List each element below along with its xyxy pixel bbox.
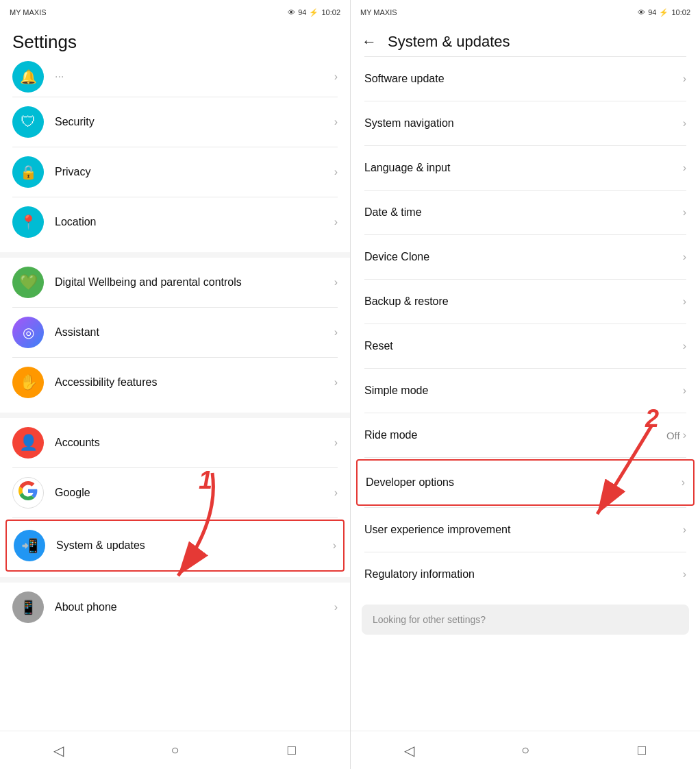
privacy-icon-wrap: 🔒 bbox=[12, 156, 44, 188]
backup-restore-chevron: › bbox=[683, 295, 686, 308]
left-nav-bar: ◁ ○ □ bbox=[0, 731, 350, 769]
right-back-nav-button[interactable]: ◁ bbox=[394, 735, 424, 766]
accounts-label: Accounts bbox=[55, 435, 334, 450]
system-item-developer-options[interactable]: Developer options › bbox=[358, 461, 693, 504]
accounts-icon-wrap: 👤 bbox=[12, 427, 44, 459]
partial-item[interactable]: 🔔 ··· › bbox=[0, 57, 350, 97]
simple-mode-label: Simple mode bbox=[364, 384, 683, 397]
lock-icon: 🔒 bbox=[20, 164, 37, 180]
right-nav-bar: ◁ ○ □ bbox=[351, 731, 700, 769]
privacy-label: Privacy bbox=[55, 164, 334, 180]
right-status-bar: MY MAXIS 👁 94 ⚡ 10:02 bbox=[351, 0, 700, 25]
settings-item-accessibility[interactable]: ✋ Accessibility features › bbox=[0, 358, 350, 407]
system-updates-header: ← System & updates bbox=[351, 25, 700, 56]
wellbeing-chevron: › bbox=[334, 276, 338, 289]
device-clone-label: Device Clone bbox=[364, 251, 683, 263]
system-navigation-chevron: › bbox=[683, 117, 686, 130]
backup-restore-label: Backup & restore bbox=[364, 295, 683, 308]
right-status-right: 👁 94 ⚡ 10:02 bbox=[638, 8, 690, 17]
assistant-label: Assistant bbox=[55, 325, 334, 340]
location-label: Location bbox=[55, 215, 334, 230]
location-icon-wrap: 📍 bbox=[12, 206, 44, 238]
system-item-regulatory[interactable]: Regulatory information › bbox=[351, 552, 700, 596]
software-update-chevron: › bbox=[683, 73, 686, 85]
datetime-chevron: › bbox=[683, 206, 686, 219]
section-accounts: 👤 Accounts › bbox=[0, 418, 350, 572]
system-item-device-clone[interactable]: Device Clone › bbox=[351, 235, 700, 279]
settings-item-about-phone[interactable]: 📱 About phone › bbox=[0, 583, 350, 632]
settings-item-location[interactable]: 📍 Location › bbox=[0, 197, 350, 247]
device-clone-chevron: › bbox=[683, 251, 686, 263]
system-navigation-label: System navigation bbox=[364, 117, 683, 130]
user-experience-chevron: › bbox=[683, 524, 686, 536]
security-icon-wrap: 🛡 bbox=[12, 106, 44, 138]
assistant-chevron: › bbox=[334, 326, 338, 339]
right-time: 10:02 bbox=[671, 8, 690, 16]
user-experience-label: User experience improvement bbox=[364, 524, 683, 536]
settings-item-google[interactable]: Google › bbox=[0, 468, 350, 517]
google-icon-wrap bbox=[12, 477, 44, 509]
reset-label: Reset bbox=[364, 340, 683, 352]
accessibility-chevron: › bbox=[334, 376, 338, 389]
system-item-ride-mode[interactable]: Ride mode Off › bbox=[351, 413, 700, 457]
settings-item-security[interactable]: 🛡 Security › bbox=[0, 97, 350, 147]
system-item-simple-mode[interactable]: Simple mode › bbox=[351, 369, 700, 413]
language-input-label: Language & input bbox=[364, 162, 683, 174]
home-nav-button[interactable]: ○ bbox=[160, 735, 190, 766]
left-time: 10:02 bbox=[321, 8, 340, 16]
system-updates-label: System & updates bbox=[56, 538, 333, 553]
system-item-language[interactable]: Language & input › bbox=[351, 146, 700, 190]
assistant-icon-wrap: ◎ bbox=[12, 317, 44, 348]
left-status-bar: MY MAXIS 👁 94 ⚡ 10:02 bbox=[0, 0, 350, 25]
ride-mode-chevron: › bbox=[683, 429, 686, 441]
system-item-datetime[interactable]: Date & time › bbox=[351, 191, 700, 234]
security-label: Security bbox=[55, 114, 334, 130]
reset-chevron: › bbox=[683, 340, 686, 352]
back-button[interactable]: ← bbox=[362, 33, 377, 51]
regulatory-label: Regulatory information bbox=[364, 568, 683, 581]
right-carrier: MY MAXIS bbox=[360, 8, 397, 16]
phone-icon: 📱 bbox=[20, 599, 37, 615]
software-update-label: Software update bbox=[364, 73, 683, 85]
settings-item-assistant[interactable]: ◎ Assistant › bbox=[0, 308, 350, 357]
accessibility-icon-wrap: ✋ bbox=[12, 367, 44, 398]
hand-icon: ✋ bbox=[19, 374, 38, 391]
partial-chevron: › bbox=[334, 71, 338, 83]
ride-mode-label: Ride mode bbox=[364, 429, 666, 441]
regulatory-chevron: › bbox=[683, 568, 686, 581]
system-item-navigation[interactable]: System navigation › bbox=[351, 101, 700, 145]
recents-nav-button[interactable]: □ bbox=[277, 735, 307, 766]
system-item-reset[interactable]: Reset › bbox=[351, 324, 700, 368]
system-icon: 📲 bbox=[21, 537, 38, 554]
person-icon: 👤 bbox=[19, 434, 38, 452]
right-battery-level: 94 bbox=[648, 8, 656, 16]
section-wellbeing: 💚 Digital Wellbeing and parental control… bbox=[0, 258, 350, 407]
settings-item-digital-wellbeing[interactable]: 💚 Digital Wellbeing and parental control… bbox=[0, 258, 350, 307]
about-icon-wrap: 📱 bbox=[12, 591, 44, 623]
left-carrier: MY MAXIS bbox=[10, 8, 47, 16]
system-item-software-update[interactable]: Software update › bbox=[351, 57, 700, 101]
settings-list: 🔔 ··· › 🛡 Security › 🔒 Privacy › bbox=[0, 57, 350, 731]
back-nav-button[interactable]: ◁ bbox=[43, 735, 73, 766]
shield-icon: 🛡 bbox=[21, 113, 36, 131]
right-home-nav-button[interactable]: ○ bbox=[510, 735, 540, 766]
simple-mode-chevron: › bbox=[683, 384, 686, 397]
system-icon-wrap: 📲 bbox=[14, 530, 45, 561]
system-updates-title: System & updates bbox=[388, 33, 510, 51]
search-hint[interactable]: Looking for other settings? bbox=[362, 605, 689, 635]
right-recents-nav-button[interactable]: □ bbox=[627, 735, 657, 766]
partial-label: ··· bbox=[55, 71, 64, 83]
pin-icon: 📍 bbox=[20, 214, 37, 230]
heart-icon: 💚 bbox=[19, 273, 38, 291]
system-items-list: Software update › System navigation › La… bbox=[351, 57, 700, 731]
system-item-user-experience[interactable]: User experience improvement › bbox=[351, 508, 700, 552]
system-item-backup[interactable]: Backup & restore › bbox=[351, 280, 700, 324]
settings-item-privacy[interactable]: 🔒 Privacy › bbox=[0, 147, 350, 197]
location-chevron: › bbox=[334, 216, 338, 228]
settings-item-accounts[interactable]: 👤 Accounts › bbox=[0, 418, 350, 467]
settings-item-system-updates[interactable]: 📲 System & updates › bbox=[7, 521, 343, 570]
right-phone-panel: MY MAXIS 👁 94 ⚡ 10:02 ← System & updates… bbox=[350, 0, 700, 769]
wellbeing-label: Digital Wellbeing and parental controls bbox=[55, 275, 334, 290]
google-chevron: › bbox=[334, 487, 338, 499]
settings-title: Settings bbox=[0, 25, 350, 57]
